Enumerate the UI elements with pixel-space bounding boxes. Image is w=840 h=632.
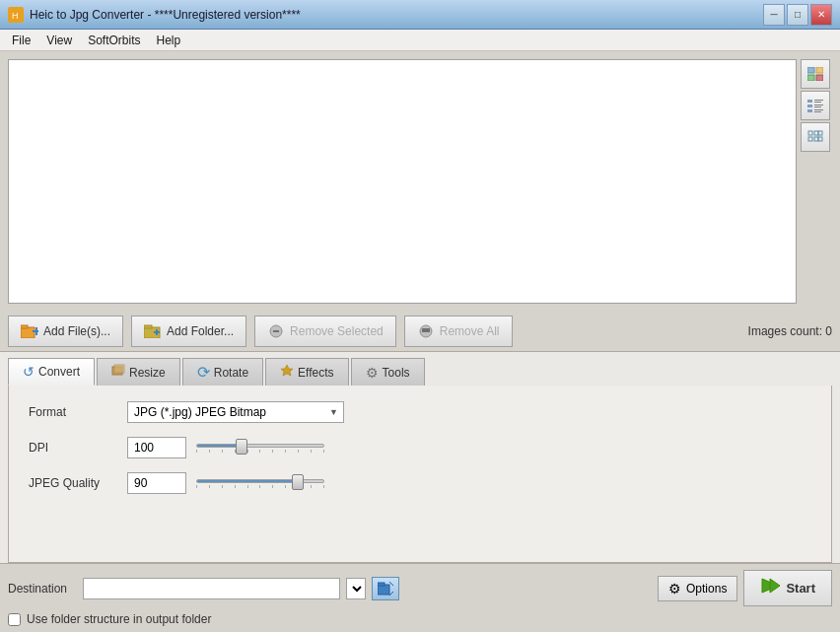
add-files-label: Add File(s)... — [43, 324, 110, 338]
remove-selected-label: Remove Selected — [290, 324, 384, 338]
svg-rect-4 — [807, 75, 814, 81]
destination-dropdown[interactable] — [346, 578, 366, 599]
jpeg-quality-row: JPEG Quality — [29, 472, 811, 494]
svg-rect-3 — [816, 67, 823, 73]
view-grid-button[interactable] — [801, 122, 830, 152]
folder-structure-checkbox[interactable] — [8, 613, 21, 626]
add-folder-label: Add Folder... — [167, 324, 234, 338]
svg-line-41 — [389, 592, 393, 596]
dpi-input[interactable] — [127, 437, 186, 458]
svg-rect-19 — [814, 137, 818, 141]
tab-tools[interactable]: ⚙ Tools — [351, 358, 425, 386]
add-files-button[interactable]: Add File(s)... — [8, 316, 123, 347]
format-select[interactable]: JPG (*.jpg) JPEG BitmapPNG (*.png) PNG I… — [127, 401, 344, 423]
menu-view[interactable]: View — [38, 32, 80, 49]
tab-resize-label: Resize — [129, 366, 166, 380]
window-title: Heic to Jpg Converter - ****Unregistered… — [30, 8, 763, 22]
tab-effects[interactable]: Effects — [265, 358, 348, 386]
minimize-button[interactable]: ─ — [763, 4, 785, 26]
tab-panel: ↺ Convert Resize ⟳ Rotate — [0, 351, 840, 563]
svg-rect-7 — [814, 100, 823, 101]
remove-selected-button[interactable]: Remove Selected — [254, 316, 396, 347]
file-list-panel — [8, 59, 797, 304]
resize-icon — [111, 364, 125, 381]
tools-icon: ⚙ — [366, 365, 379, 381]
options-gear-icon: ⚙ — [668, 581, 681, 597]
svg-rect-10 — [814, 105, 823, 105]
tab-effects-label: Effects — [298, 366, 333, 380]
close-button[interactable]: ✕ — [810, 4, 832, 26]
svg-rect-22 — [21, 325, 28, 328]
tab-convert[interactable]: ↺ Convert — [8, 358, 95, 386]
folder-structure-label[interactable]: Use folder structure in output folder — [27, 612, 211, 626]
menu-file[interactable]: File — [4, 32, 38, 49]
rotate-icon: ⟳ — [197, 363, 210, 382]
restore-button[interactable]: □ — [787, 4, 808, 26]
tab-convert-label: Convert — [38, 365, 80, 379]
start-icon — [760, 577, 780, 599]
menubar: File View SoftOrbits Help — [0, 30, 840, 51]
svg-rect-39 — [378, 583, 385, 586]
svg-rect-27 — [144, 325, 152, 328]
svg-rect-6 — [807, 100, 812, 103]
destination-browse-button[interactable] — [372, 577, 399, 600]
remove-selected-icon — [267, 324, 285, 338]
options-label: Options — [686, 582, 727, 596]
svg-rect-16 — [814, 131, 818, 135]
destination-row: Destination ⚙ Options — [8, 570, 832, 606]
svg-rect-21 — [21, 327, 35, 338]
svg-marker-37 — [281, 365, 293, 376]
tab-content-convert: Format JPG (*.jpg) JPEG BitmapPNG (*.png… — [8, 386, 832, 563]
jpeg-quality-slider-track[interactable] — [196, 479, 324, 483]
effects-icon — [280, 364, 294, 381]
tabs-header: ↺ Convert Resize ⟳ Rotate — [8, 352, 832, 386]
svg-rect-14 — [814, 111, 821, 112]
svg-rect-5 — [816, 75, 823, 81]
menu-softorbits[interactable]: SoftOrbits — [80, 32, 148, 49]
svg-rect-18 — [808, 137, 812, 141]
destination-input[interactable] — [83, 578, 340, 599]
main-area: Add File(s)... Add Folder... Remove Se — [0, 51, 840, 632]
format-row: Format JPG (*.jpg) JPEG BitmapPNG (*.png… — [29, 401, 811, 423]
svg-rect-2 — [807, 67, 814, 73]
dpi-slider-track[interactable] — [196, 444, 324, 448]
start-label: Start — [786, 581, 815, 596]
add-folder-button[interactable]: Add Folder... — [131, 316, 246, 347]
menu-help[interactable]: Help — [149, 32, 189, 49]
destination-label: Destination — [8, 582, 77, 596]
buttons-row: Add File(s)... Add Folder... Remove Se — [0, 312, 840, 351]
remove-all-icon — [417, 324, 435, 338]
add-folder-icon — [144, 324, 162, 338]
svg-marker-43 — [770, 579, 780, 593]
tab-rotate-label: Rotate — [214, 366, 248, 380]
add-files-icon — [21, 324, 38, 338]
svg-rect-13 — [814, 109, 823, 110]
jpeg-quality-input[interactable] — [127, 472, 186, 494]
remove-all-label: Remove All — [440, 324, 500, 338]
dpi-slider-thumb[interactable] — [236, 439, 247, 455]
side-toolbar — [801, 59, 832, 304]
view-list-button[interactable] — [801, 91, 830, 120]
window-controls: ─ □ ✕ — [763, 4, 832, 26]
dpi-slider-ticks — [196, 450, 324, 453]
options-button[interactable]: ⚙ Options — [658, 576, 737, 601]
remove-all-button[interactable]: Remove All — [404, 316, 513, 347]
jpeg-quality-slider-ticks — [196, 485, 324, 488]
jpeg-quality-slider-fill — [197, 480, 298, 482]
jpeg-quality-slider-thumb[interactable] — [292, 474, 304, 490]
checkbox-row: Use folder structure in output folder — [8, 612, 832, 626]
svg-rect-8 — [814, 102, 821, 103]
svg-line-40 — [389, 582, 393, 586]
start-button[interactable]: Start — [743, 570, 832, 606]
format-select-wrapper: JPG (*.jpg) JPEG BitmapPNG (*.png) PNG I… — [127, 401, 344, 423]
file-list-area — [0, 51, 840, 312]
tab-tools-label: Tools — [383, 366, 410, 380]
dpi-label: DPI — [29, 441, 127, 455]
tab-rotate[interactable]: ⟳ Rotate — [182, 358, 263, 386]
svg-rect-12 — [807, 109, 812, 112]
svg-rect-9 — [807, 105, 812, 107]
tab-resize[interactable]: Resize — [97, 358, 180, 386]
svg-rect-36 — [114, 365, 124, 373]
convert-icon: ↺ — [23, 364, 35, 380]
view-thumbnail-button[interactable] — [801, 59, 830, 89]
